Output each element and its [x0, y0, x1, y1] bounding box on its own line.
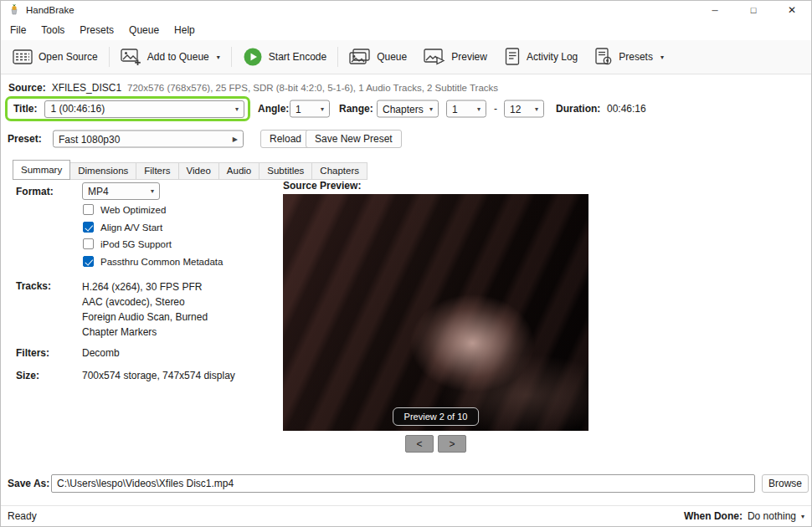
tab-chapters[interactable]: Chapters — [311, 162, 367, 180]
tab-audio[interactable]: Audio — [218, 162, 260, 180]
checkbox-icon[interactable] — [83, 238, 94, 249]
open-source-button[interactable]: Open Source — [4, 43, 106, 70]
queue-icon — [349, 49, 371, 66]
save-new-preset-button[interactable]: Save New Preset — [306, 130, 402, 148]
source-info: Source: XFILES_DISC1 720x576 (768x576), … — [8, 82, 498, 94]
preview-button[interactable]: Preview — [415, 43, 496, 70]
handbrake-window: HandBrake ─ □ ✕ File Tools Presets Queue… — [0, 0, 812, 527]
next-arrow-icon: > — [449, 438, 455, 450]
chapter-end-select[interactable]: 12 ▾ — [504, 100, 544, 118]
window-title: HandBrake — [26, 5, 75, 15]
angle-select[interactable]: 1 ▾ — [290, 100, 330, 118]
menu-item-file[interactable]: File — [3, 22, 33, 38]
toolbar-separator — [337, 47, 338, 67]
chapter-start-select[interactable]: 1 ▾ — [446, 100, 486, 118]
menu-item-presets[interactable]: Presets — [72, 22, 121, 38]
save-as-label: Save As: — [8, 478, 49, 489]
minimize-button[interactable]: ─ — [696, 1, 734, 19]
tab-summary[interactable]: Summary — [13, 160, 70, 180]
activity-log-button[interactable]: Activity Log — [496, 43, 586, 70]
queue-label: Queue — [377, 51, 407, 63]
format-select[interactable]: MP4 ▾ — [82, 182, 160, 200]
range-type-value: Chapters — [383, 103, 424, 115]
menu-item-help[interactable]: Help — [167, 22, 203, 38]
menu-item-queue[interactable]: Queue — [121, 22, 167, 38]
preset-label: Preset: — [8, 133, 42, 145]
range-type-select[interactable]: Chapters ▾ — [377, 100, 439, 118]
title-row: Title: 1 (00:46:16) ▾ Angle: 1 ▾ Range: … — [1, 96, 811, 121]
activity-log-label: Activity Log — [527, 51, 578, 63]
close-button[interactable]: ✕ — [773, 1, 811, 19]
chevron-down-icon[interactable]: ▾ — [801, 513, 804, 520]
preset-row: Preset: Fast 1080p30 ▶ Reload Save New P… — [1, 129, 811, 149]
toolbar: Open Source Add to Queue ▾ Start Encode — [1, 40, 811, 74]
statusbar: Ready When Done: Do nothing ▾ — [1, 505, 811, 526]
open-source-label: Open Source — [39, 51, 98, 63]
reload-button[interactable]: Reload — [260, 130, 311, 148]
tab-strip: Summary Dimensions Filters Video Audio S… — [13, 160, 367, 180]
checkbox-passthru-common-metadata[interactable]: Passthru Common Metadata — [83, 256, 223, 267]
angle-select-value: 1 — [296, 103, 316, 115]
track-line: Chapter Markers — [82, 325, 208, 340]
tracks-list: H.264 (x264), 30 FPS PFR AAC (avcodec), … — [82, 279, 208, 340]
preview-next-button[interactable]: > — [438, 435, 466, 453]
status-text: Ready — [8, 510, 37, 522]
preview-navigation: < > — [283, 435, 588, 453]
start-encode-button[interactable]: Start Encode — [234, 43, 335, 70]
save-as-row: Save As: Browse — [1, 474, 811, 493]
source-preview-label: Source Preview: — [283, 180, 361, 192]
maximize-button[interactable]: □ — [734, 1, 773, 19]
checkbox-align-av-start[interactable]: Align A/V Start — [83, 222, 162, 233]
source-preview-image: Preview 2 of 10 — [283, 194, 588, 431]
tracks-label: Tracks: — [16, 280, 51, 292]
size-value: 700x574 storage, 747x574 display — [82, 370, 235, 381]
save-as-input[interactable] — [51, 474, 755, 493]
checkbox-icon[interactable] — [83, 222, 94, 233]
menubar: File Tools Presets Queue Help — [1, 19, 811, 40]
chevron-down-icon: ▾ — [429, 105, 433, 113]
when-done-select[interactable]: Do nothing — [748, 510, 796, 522]
range-label: Range: — [339, 103, 373, 115]
title-select[interactable]: 1 (00:46:16) ▾ — [44, 100, 244, 118]
tab-subtitles[interactable]: Subtitles — [259, 162, 312, 180]
duration-label: Duration: — [556, 103, 600, 115]
chapter-start-value: 1 — [452, 103, 472, 115]
checkbox-icon[interactable] — [83, 204, 94, 215]
when-done-label: When Done: — [684, 510, 743, 522]
chapter-end-value: 12 — [510, 103, 530, 115]
tab-dimensions[interactable]: Dimensions — [69, 162, 136, 180]
preset-select[interactable]: Fast 1080p30 ▶ — [53, 130, 244, 148]
checkbox-label: Align A/V Start — [100, 223, 162, 233]
tab-filters[interactable]: Filters — [136, 162, 178, 180]
handbrake-logo-icon — [8, 4, 20, 16]
preview-count-badge: Preview 2 of 10 — [393, 407, 480, 426]
chevron-down-icon: ▾ — [321, 105, 324, 113]
title-highlight-box: Title: 1 (00:46:16) ▾ — [5, 96, 250, 121]
menu-item-tools[interactable]: Tools — [33, 22, 72, 38]
add-to-queue-label: Add to Queue — [147, 51, 209, 63]
track-line: AAC (avcodec), Stereo — [82, 294, 208, 310]
add-to-queue-button[interactable]: Add to Queue ▾ — [112, 43, 229, 70]
tab-video[interactable]: Video — [178, 162, 219, 180]
browse-button[interactable]: Browse — [762, 474, 809, 493]
chevron-down-icon[interactable]: ▾ — [660, 54, 664, 61]
track-line: Foreign Audio Scan, Burned — [82, 310, 208, 325]
chevron-down-icon[interactable]: ▾ — [217, 54, 220, 61]
preview-prev-button[interactable]: < — [405, 435, 434, 453]
open-source-icon — [13, 49, 33, 65]
when-done-group: When Done: Do nothing ▾ — [684, 510, 804, 522]
range-separator: - — [494, 103, 497, 115]
preview-label: Preview — [451, 51, 487, 63]
filters-label: Filters: — [16, 347, 49, 359]
window-controls: ─ □ ✕ — [696, 1, 811, 19]
queue-button[interactable]: Queue — [341, 43, 415, 70]
track-line: H.264 (x264), 30 FPS PFR — [82, 279, 208, 294]
close-icon: ✕ — [788, 4, 796, 16]
preset-select-value: Fast 1080p30 — [59, 133, 228, 145]
checkbox-ipod-5g-support[interactable]: iPod 5G Support — [83, 238, 172, 249]
checkbox-icon[interactable] — [83, 256, 94, 267]
format-label: Format: — [16, 186, 54, 197]
presets-button[interactable]: Presets ▾ — [586, 43, 672, 70]
checkbox-web-optimized[interactable]: Web Optimized — [83, 204, 166, 215]
title-label: Title: — [13, 103, 37, 115]
